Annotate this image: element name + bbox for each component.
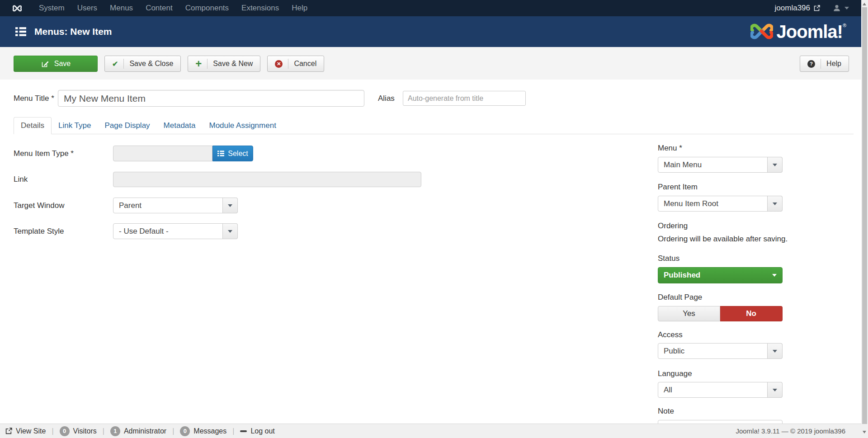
user-menu[interactable] bbox=[833, 4, 849, 12]
registered-mark: ® bbox=[843, 23, 846, 28]
logout-label: Log out bbox=[250, 427, 274, 435]
alias-input[interactable] bbox=[403, 91, 526, 106]
menu-select[interactable]: Main Menu bbox=[658, 157, 783, 173]
link-input bbox=[113, 172, 421, 187]
chevron-down-icon bbox=[773, 203, 777, 205]
chevron-down-icon bbox=[228, 230, 232, 233]
chevron-down-icon bbox=[773, 350, 777, 353]
user-icon bbox=[833, 4, 841, 12]
tab-page-display[interactable]: Page Display bbox=[98, 117, 156, 134]
help-circle-icon: ? bbox=[807, 59, 821, 69]
status-dropdown[interactable]: Published bbox=[658, 267, 783, 283]
page-title: Menus: New Item bbox=[34, 26, 112, 37]
page-header: Menus: New Item Joomla! ® bbox=[0, 16, 868, 47]
toolbar-strip: Save ✔ Save & Close + Save & New ✕ Cance… bbox=[0, 47, 868, 80]
external-link-icon bbox=[5, 428, 12, 434]
menu-label: Menu * bbox=[658, 144, 682, 153]
language-select[interactable]: All bbox=[658, 382, 783, 398]
visitors-link[interactable]: 0 Visitors bbox=[60, 426, 97, 436]
ordering-note: Ordering will be available after saving. bbox=[658, 235, 788, 244]
save-close-button[interactable]: ✔ Save & Close bbox=[104, 56, 181, 72]
joomla-logo-mark-icon bbox=[750, 21, 773, 42]
cancel-label: Cancel bbox=[294, 60, 316, 68]
save-pencil-icon bbox=[41, 60, 50, 67]
status-bar: View Site | 0 Visitors | 1 Administrator… bbox=[0, 424, 868, 438]
menus-list-icon bbox=[15, 27, 26, 36]
joomla-logo-text: Joomla! bbox=[777, 21, 843, 42]
menu-content[interactable]: Content bbox=[139, 0, 179, 16]
menu-users[interactable]: Users bbox=[71, 0, 104, 16]
help-button[interactable]: ? Help bbox=[800, 56, 849, 72]
dropdown-button[interactable] bbox=[222, 198, 238, 213]
parent-item-select[interactable]: Menu Item Root bbox=[658, 196, 783, 212]
vertical-scrollbar[interactable] bbox=[861, 0, 868, 438]
logout-link[interactable]: Log out bbox=[240, 427, 274, 435]
scroll-down-arrow-icon[interactable] bbox=[863, 431, 866, 433]
chevron-down-icon bbox=[772, 274, 777, 277]
cancel-circle-icon: ✕ bbox=[275, 59, 288, 69]
select-label: Select bbox=[228, 150, 248, 158]
menu-value: Main Menu bbox=[664, 160, 702, 170]
visitors-label: Visitors bbox=[73, 427, 97, 435]
save-close-label: Save & Close bbox=[129, 60, 173, 68]
menu-system[interactable]: System bbox=[33, 0, 71, 16]
save-button[interactable]: Save bbox=[14, 56, 98, 72]
messages-label: Messages bbox=[193, 427, 226, 435]
template-style-select[interactable]: - Use Default - bbox=[113, 223, 238, 239]
toolbar: Save ✔ Save & Close + Save & New ✕ Cance… bbox=[14, 56, 324, 72]
menu-menus[interactable]: Menus bbox=[104, 0, 139, 16]
divider: | bbox=[52, 427, 53, 435]
messages-link[interactable]: 0 Messages bbox=[180, 426, 226, 436]
dropdown-button[interactable] bbox=[767, 157, 783, 173]
default-page-label: Default Page bbox=[658, 293, 702, 302]
chevron-down-icon bbox=[228, 204, 232, 207]
tab-metadata[interactable]: Metadata bbox=[157, 117, 203, 134]
save-label: Save bbox=[54, 60, 71, 68]
parent-item-value: Menu Item Root bbox=[664, 199, 718, 208]
default-page-yes-button[interactable]: Yes bbox=[658, 306, 720, 321]
scroll-up-arrow-icon[interactable] bbox=[863, 3, 866, 5]
dropdown-button[interactable] bbox=[767, 196, 783, 212]
tab-details[interactable]: Details bbox=[14, 117, 52, 134]
menu-title-input[interactable] bbox=[58, 90, 364, 107]
default-page-toggle: Yes No bbox=[658, 306, 783, 321]
dropdown-button[interactable] bbox=[222, 223, 238, 239]
menu-components[interactable]: Components bbox=[179, 0, 235, 16]
joomla-mark-icon[interactable] bbox=[13, 4, 22, 13]
menu-help[interactable]: Help bbox=[285, 0, 314, 16]
alias-label: Alias bbox=[378, 90, 395, 107]
tab-module-assignment[interactable]: Module Assignment bbox=[203, 117, 283, 134]
save-new-label: Save & New bbox=[213, 60, 253, 68]
template-style-value: - Use Default - bbox=[119, 227, 169, 236]
view-site-label: View Site bbox=[16, 427, 46, 435]
menu-extensions[interactable]: Extensions bbox=[235, 0, 285, 16]
tab-link-type[interactable]: Link Type bbox=[52, 117, 98, 134]
view-site-link[interactable]: View Site bbox=[5, 427, 46, 435]
default-page-no-button[interactable]: No bbox=[720, 306, 783, 321]
plus-icon: + bbox=[195, 59, 208, 69]
scrollbar-thumb[interactable] bbox=[862, 7, 867, 424]
parent-item-label: Parent Item bbox=[658, 183, 698, 192]
administrator-label: Administrator bbox=[124, 427, 166, 435]
cancel-button[interactable]: ✕ Cancel bbox=[267, 56, 324, 72]
language-label: Language bbox=[658, 369, 692, 378]
access-select[interactable]: Public bbox=[658, 343, 783, 359]
administrator-link[interactable]: 1 Administrator bbox=[110, 426, 166, 436]
chevron-down-icon bbox=[773, 164, 777, 166]
ordering-label: Ordering bbox=[658, 221, 688, 231]
admin-top-bar: System Users Menus Content Components Ex… bbox=[0, 0, 868, 16]
status-label: Status bbox=[658, 254, 679, 263]
list-icon bbox=[217, 151, 224, 156]
joomla-version: Joomla! 3.9.11 — © 2019 joomla396 bbox=[736, 427, 868, 435]
save-new-button[interactable]: + Save & New bbox=[188, 56, 260, 72]
dropdown-button[interactable] bbox=[767, 343, 783, 359]
status-value: Published bbox=[664, 271, 700, 280]
admin-count-badge: 1 bbox=[110, 426, 120, 436]
note-label: Note bbox=[658, 407, 674, 416]
dropdown-button[interactable] bbox=[767, 382, 783, 398]
select-menu-item-type-button[interactable]: Select bbox=[212, 146, 253, 161]
access-label: Access bbox=[658, 330, 683, 339]
site-preview-link[interactable]: joomla396 bbox=[775, 4, 820, 13]
target-window-select[interactable]: Parent bbox=[113, 198, 238, 213]
check-icon: ✔ bbox=[112, 59, 124, 69]
